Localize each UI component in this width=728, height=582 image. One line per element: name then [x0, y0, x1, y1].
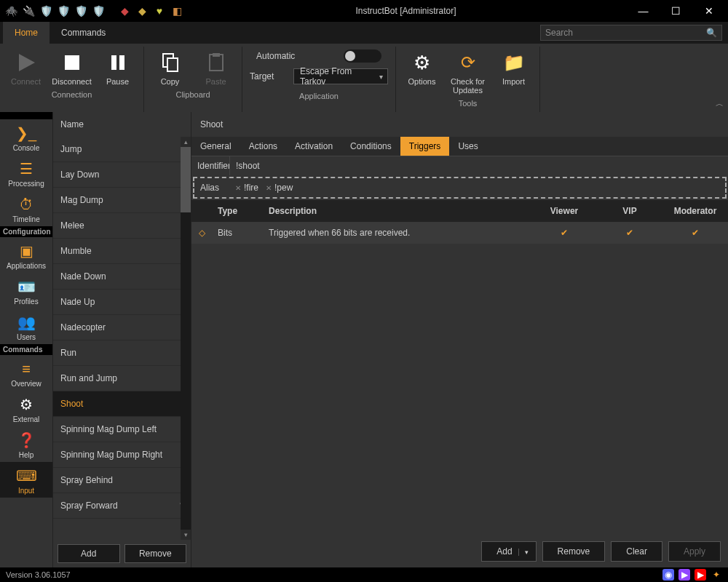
minimize-button[interactable]: —	[627, 0, 660, 22]
input-icon: ⌨	[16, 466, 37, 485]
detail-title: Shoot	[191, 112, 728, 137]
copy-button[interactable]: Copy	[150, 48, 190, 86]
detail-tab-triggers[interactable]: Triggers	[400, 137, 450, 156]
remove-alias-icon[interactable]: ✕	[235, 184, 241, 192]
detail-tab-actions[interactable]: Actions	[240, 137, 286, 156]
viewer-check: ✔	[531, 222, 597, 244]
discord-icon[interactable]: ◉	[662, 569, 674, 581]
badge-icon-3: ♥	[151, 3, 167, 19]
th-description[interactable]: Description	[261, 200, 531, 222]
connect-button[interactable]: Connect	[6, 48, 46, 86]
sidebar-item-profiles[interactable]: 🪪 Profiles	[0, 273, 52, 308]
timeline-icon: ⏱	[19, 195, 33, 214]
detail-remove-button[interactable]: Remove	[542, 541, 606, 562]
disconnect-button[interactable]: Disconnect	[52, 48, 92, 86]
twitch-icon[interactable]: ▶	[678, 569, 690, 581]
th-viewer[interactable]: Viewer	[531, 200, 597, 222]
name-item[interactable]: Spinning Mag Dump Right	[53, 442, 191, 468]
target-label: Target	[250, 71, 293, 81]
target-dropdown[interactable]: Escape From Tarkov	[293, 68, 388, 84]
alias-tag[interactable]: ✕!pew	[266, 183, 293, 193]
sidebar-item-help[interactable]: ❓ Help	[0, 426, 52, 462]
th-type[interactable]: Type	[210, 200, 261, 222]
sidebar-item-input[interactable]: ⌨ Input	[0, 462, 52, 498]
name-item[interactable]: Lay Down	[53, 162, 191, 188]
close-button[interactable]: ✕	[692, 0, 725, 22]
scroll-down-icon[interactable]: ▾	[181, 530, 191, 540]
alias-input[interactable]: ✕!fire✕!pew	[229, 180, 725, 196]
name-item[interactable]: Spray Forward	[53, 493, 191, 519]
badge-icon-2: ◆	[134, 3, 150, 19]
th-vip[interactable]: VIP	[597, 200, 662, 222]
bits-icon: ◇	[191, 222, 210, 244]
sidebar-item-applications[interactable]: ▣ Applications	[0, 237, 52, 273]
status-icon[interactable]: ✦	[711, 569, 722, 581]
name-item[interactable]: Nadecopter	[53, 315, 191, 340]
sidebar-item-external[interactable]: ⚙ External	[0, 391, 52, 426]
name-item[interactable]: Spinning Mag Dump Left	[53, 417, 191, 442]
scroll-up-icon[interactable]: ▴	[181, 137, 191, 147]
help-icon: ❓	[17, 431, 36, 450]
alias-tag[interactable]: ✕!fire	[235, 183, 258, 193]
detail-tab-conditions[interactable]: Conditions	[341, 137, 400, 156]
alias-label: Alias	[194, 178, 229, 197]
name-item[interactable]: Melee	[53, 213, 191, 239]
users-icon: 👥	[17, 313, 36, 332]
trigger-type: Bits	[210, 222, 261, 244]
processing-icon: ☰	[20, 159, 33, 178]
automatic-label: Automatic	[256, 51, 300, 61]
name-item[interactable]: Nade Up	[53, 290, 191, 315]
sidebar-item-overview[interactable]: ≡ Overview	[0, 355, 52, 391]
name-item[interactable]: Mumble	[53, 239, 191, 264]
plug-icon: 🔌	[20, 3, 36, 19]
tab-home[interactable]: Home	[3, 22, 50, 44]
statusbar: Version 3.06.1057 ◉ ▶ ▶ ✦	[0, 567, 728, 582]
paste-button[interactable]: Paste	[196, 48, 236, 86]
name-add-button[interactable]: Add	[58, 544, 120, 563]
sidebar-item-users[interactable]: 👥 Users	[0, 308, 52, 344]
detail-tab-uses[interactable]: Uses	[449, 137, 486, 156]
detail-tab-general[interactable]: General	[191, 137, 240, 156]
name-item[interactable]: Nade Down	[53, 264, 191, 290]
identifier-label: Identifier	[191, 156, 229, 175]
import-button[interactable]: 📁 Import	[494, 48, 534, 95]
detail-tab-activation[interactable]: Activation	[286, 137, 341, 156]
check-updates-button[interactable]: ⟳ Check for Updates	[448, 48, 488, 95]
name-item[interactable]: Run and Jump	[53, 366, 191, 391]
badge-icon-1: ◆	[116, 3, 132, 19]
name-panel: Name JumpLay DownMag DumpMeleeMumbleNade…	[52, 112, 191, 567]
identifier-input[interactable]: !shoot	[229, 156, 728, 175]
name-item[interactable]: Shoot	[53, 391, 191, 417]
name-item[interactable]: Mag Dump	[53, 188, 191, 213]
maximize-button[interactable]: ☐	[660, 0, 692, 22]
sidebar-item-processing[interactable]: ☰ Processing	[0, 155, 52, 191]
svg-rect-2	[111, 55, 116, 70]
detail-clear-button[interactable]: Clear	[611, 541, 662, 562]
external-icon: ⚙	[20, 395, 33, 414]
name-scrollbar[interactable]: ▴ ▾	[181, 137, 191, 540]
automatic-toggle[interactable]	[344, 49, 381, 63]
ribbon-group-tools: Tools	[459, 99, 478, 108]
name-item[interactable]: Run	[53, 340, 191, 366]
name-item[interactable]: Spray Behind	[53, 468, 191, 493]
detail-apply-button[interactable]: Apply	[668, 541, 721, 562]
search-icon: 🔍	[706, 28, 717, 38]
name-remove-button[interactable]: Remove	[124, 544, 187, 563]
youtube-icon[interactable]: ▶	[695, 569, 706, 581]
tab-commands[interactable]: Commands	[50, 22, 117, 44]
titlebar-app-icons: 🕷️ 🔌 🛡️ 🛡️ 🛡️ 🛡️ ◆ ◆ ♥ ◧	[3, 3, 185, 19]
options-button[interactable]: ⚙ Options	[402, 48, 442, 95]
sidebar-item-timeline[interactable]: ⏱ Timeline	[0, 191, 52, 226]
name-list-header: Name	[53, 112, 191, 137]
pause-button[interactable]: Pause	[98, 48, 138, 86]
ribbon-collapse-button[interactable]: ︿	[716, 98, 724, 109]
remove-alias-icon[interactable]: ✕	[266, 184, 272, 192]
sidebar-item-console[interactable]: ❯_ Console	[0, 119, 52, 155]
name-item[interactable]: Jump	[53, 137, 191, 162]
chevron-down-icon[interactable]: ▾	[518, 549, 529, 556]
trigger-row[interactable]: ◇BitsTriggered when 66 bits are received…	[191, 222, 728, 244]
shield-icon-3: 🛡️	[73, 3, 89, 19]
th-moderator[interactable]: Moderator	[662, 200, 728, 222]
search-input[interactable]: Search 🔍	[540, 25, 722, 41]
detail-add-button[interactable]: Add▾	[481, 541, 536, 562]
